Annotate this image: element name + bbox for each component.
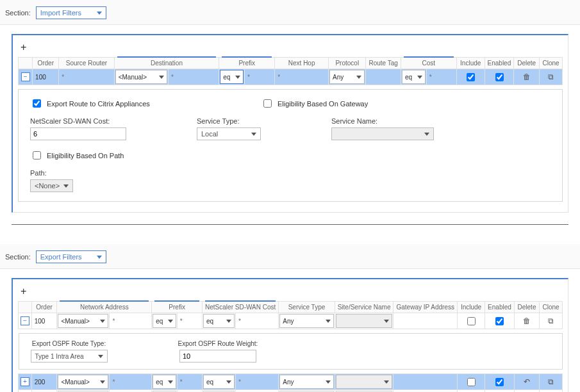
sdwan-cost-input[interactable] (30, 127, 126, 140)
section-select-import[interactable]: Import Filters (36, 6, 106, 19)
export-row1-details: Export OSPF Route Type: Type 1 Intra Are… (19, 333, 563, 370)
prefix-input[interactable] (178, 375, 202, 388)
netaddr-select[interactable]: <Manual> (58, 314, 108, 328)
hdr-order: Order (33, 58, 59, 69)
path-field: Path: <None> (30, 169, 551, 192)
export-header-row: Order Network Address Prefix NetScaler S… (19, 302, 563, 313)
cost-op-select[interactable]: eq (402, 70, 426, 84)
prefix-op-select[interactable]: eq (153, 375, 176, 389)
eligibility-gateway-label: Eligibility Based On Gateway (278, 100, 368, 108)
clone-icon[interactable]: ⧉ (548, 377, 554, 386)
next-hop-input[interactable] (275, 70, 328, 83)
service-type-label: Service Type: (197, 117, 261, 125)
section-label: Section: (5, 9, 31, 17)
include-checkbox[interactable] (467, 73, 475, 81)
clone-icon[interactable]: ⧉ (548, 72, 554, 81)
cost-input[interactable] (236, 375, 278, 388)
eligibility-path-checkbox[interactable] (33, 151, 41, 159)
order-input[interactable] (32, 375, 57, 388)
service-type-select[interactable]: Any (279, 375, 333, 389)
export-filters-panel: + Order Network Address Prefix NetScaler… (12, 278, 568, 392)
order-input[interactable] (32, 314, 57, 327)
add-export-filter-button[interactable]: + (18, 286, 563, 301)
sdwan-cost-field: NetScaler SD-WAN Cost: (30, 117, 126, 140)
site-service-select[interactable] (336, 375, 393, 389)
gateway-ip-input[interactable] (394, 314, 456, 327)
route-tag-input[interactable] (366, 70, 400, 83)
import-row-details: Export Route to Citrix Appliances Eligib… (18, 89, 563, 202)
section-bar-export: Section: Export Filters (0, 244, 580, 269)
gateway-ip-input[interactable] (394, 375, 456, 388)
prefix-op-select[interactable]: eq (153, 314, 176, 328)
ospf-route-weight-field: Export OSPF Route Weight: (178, 340, 258, 363)
cost-input[interactable] (236, 314, 278, 327)
export-citrix-label: Export Route to Citrix Appliances (47, 100, 150, 108)
hdr-next-hop: Next Hop (275, 58, 329, 69)
netaddr-select[interactable]: <Manual> (58, 375, 108, 389)
hdr-delete: Delete (514, 58, 540, 69)
eligibility-gateway-checkbox[interactable] (263, 99, 272, 108)
hdr-network-address[interactable]: Network Address (57, 302, 152, 313)
service-type-select[interactable]: Local (197, 127, 261, 140)
clone-icon[interactable]: ⧉ (548, 316, 554, 325)
import-filters-panel: + Order Source Router Destination Prefix… (12, 34, 568, 213)
enabled-checkbox[interactable] (495, 378, 504, 386)
site-service-select[interactable] (336, 314, 393, 328)
ospf-route-type-label: Export OSPF Route Type: (31, 340, 108, 347)
eligibility-gateway-option: Eligibility Based On Gateway (261, 97, 368, 110)
sdwan-cost-label: NetScaler SD-WAN Cost: (30, 117, 126, 125)
add-import-filter-button[interactable]: + (18, 42, 563, 57)
import-header-row: Order Source Router Destination Prefix N… (19, 58, 563, 69)
enabled-checkbox[interactable] (495, 317, 504, 325)
export-citrix-checkbox[interactable] (33, 99, 41, 108)
delete-icon[interactable]: 🗑 (523, 316, 531, 325)
prefix-input[interactable] (245, 70, 274, 83)
export-row-3: <Manual> eq eq Any <Any> (19, 390, 563, 393)
ospf-route-type-select[interactable]: Type 1 Intra Area (31, 350, 108, 363)
netaddr-input[interactable] (110, 375, 151, 388)
include-checkbox[interactable] (467, 317, 476, 325)
protocol-select[interactable]: Any (329, 70, 365, 84)
revert-icon[interactable]: ↶ (524, 377, 530, 386)
hdr-sdwan-cost[interactable]: NetScaler SD-WAN Cost (203, 302, 279, 313)
cost-op-select[interactable]: eq (203, 314, 235, 328)
hdr-order: Order (31, 302, 57, 313)
delete-icon[interactable]: 🗑 (523, 72, 531, 81)
hdr-source-router: Source Router (59, 58, 114, 69)
destination-input[interactable] (169, 70, 219, 83)
prefix-op-select[interactable]: eq (220, 70, 244, 84)
hdr-cost[interactable]: Cost (401, 58, 456, 69)
order-input[interactable] (33, 70, 58, 83)
ospf-route-type-field: Export OSPF Route Type: Type 1 Intra Are… (31, 340, 108, 363)
hdr-destination[interactable]: Destination (114, 58, 219, 69)
service-name-field: Service Name: (331, 117, 434, 140)
include-checkbox[interactable] (467, 378, 476, 386)
cost-op-select[interactable]: eq (203, 375, 235, 389)
source-router-input[interactable] (59, 70, 113, 83)
row-toggle[interactable]: − (19, 313, 32, 329)
hdr-include: Include (457, 302, 485, 313)
ospf-route-weight-input[interactable] (179, 350, 256, 363)
hdr-prefix[interactable]: Prefix (219, 58, 275, 69)
enabled-checkbox[interactable] (495, 73, 504, 81)
eligibility-path-label: Eligibility Based On Path (47, 152, 124, 159)
service-type-select[interactable]: Any (279, 314, 333, 328)
hdr-enabled: Enabled (485, 58, 514, 69)
hdr-gateway-ip: Gateway IP Address (394, 302, 457, 313)
hdr-service-type: Service Type (279, 302, 335, 313)
service-name-select[interactable] (331, 127, 434, 140)
cost-input[interactable] (427, 70, 456, 83)
row-toggle[interactable]: + (19, 374, 32, 390)
export-row-1: − <Manual> eq eq Any 🗑 ⧉ (19, 313, 563, 329)
hdr-include: Include (456, 58, 485, 69)
path-select[interactable]: <None> (30, 179, 73, 192)
import-filters-table: Order Source Router Destination Prefix N… (18, 57, 563, 85)
path-label: Path: (30, 169, 551, 177)
hdr-clone: Clone (540, 58, 563, 69)
prefix-input[interactable] (178, 314, 202, 327)
netaddr-input[interactable] (110, 314, 151, 327)
hdr-prefix[interactable]: Prefix (152, 302, 203, 313)
section-select-export[interactable]: Export Filters (36, 250, 106, 263)
destination-select[interactable]: <Manual> (115, 70, 167, 84)
row-toggle[interactable]: − (19, 69, 33, 85)
